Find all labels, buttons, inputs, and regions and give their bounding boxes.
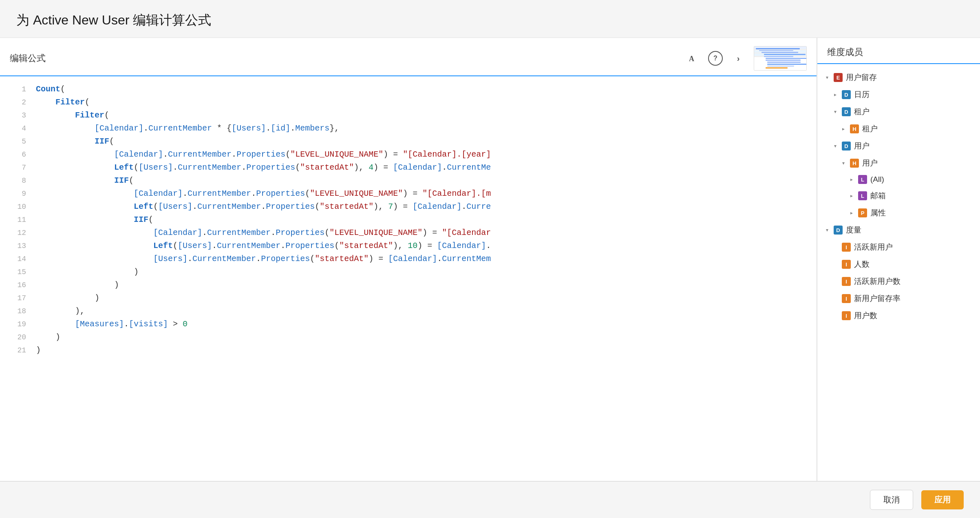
code-line: 18 ),: [0, 305, 817, 318]
tree-chevron-icon: [832, 244, 839, 250]
tree-item-label: 租户: [862, 124, 973, 134]
page-title: 为 Active New User 编辑计算公式: [0, 0, 980, 38]
tree-item-label: 活跃新用户: [854, 242, 973, 252]
line-number: 7: [7, 161, 26, 174]
tree-item-label: 用户留存: [846, 72, 973, 83]
line-number: 1: [7, 83, 26, 96]
line-content: IIF(: [36, 174, 134, 187]
tree-chevron-icon: [832, 261, 839, 268]
code-line: 6 [Calendar].CurrentMember.Properties("L…: [0, 148, 817, 161]
help-icon[interactable]: ?: [708, 51, 723, 66]
code-line: 21): [0, 344, 817, 357]
tree-badge: D: [842, 107, 851, 116]
line-number: 15: [7, 266, 26, 279]
tree-item-label: 租户: [854, 106, 973, 117]
line-number: 20: [7, 331, 26, 344]
line-number: 11: [7, 213, 26, 226]
tree-chevron-icon: ▾: [832, 108, 839, 115]
tree-item-label: 邮箱: [870, 190, 973, 201]
line-number: 4: [7, 122, 26, 135]
tree-item-new-user-retention[interactable]: I新用户留存率: [817, 290, 980, 307]
tree-item-user-email[interactable]: ▸L邮箱: [817, 187, 980, 204]
code-line: 13 Left([Users].CurrentMember.Properties…: [0, 239, 817, 252]
apply-button[interactable]: 应用: [921, 490, 964, 509]
tree-item-tenant[interactable]: ▾D租户: [817, 103, 980, 120]
tree-item-label: 属性: [870, 208, 973, 218]
tree-item-tenant-h[interactable]: ▸H租户: [817, 120, 980, 137]
line-content: ): [36, 279, 119, 292]
line-content: [Measures].[visits] > 0: [36, 318, 188, 331]
tree-item-label: 用户: [854, 141, 973, 151]
code-line: 16 ): [0, 279, 817, 292]
line-number: 10: [7, 200, 26, 213]
line-number: 6: [7, 148, 26, 161]
line-content: Left([Users].CurrentMember.Properties("s…: [36, 239, 491, 252]
tree-item-label: 人数: [854, 259, 973, 270]
tree-chevron-icon: ▸: [848, 193, 855, 199]
tree-item-measure[interactable]: ▾D度量: [817, 221, 980, 239]
line-content: [Calendar].CurrentMember * {[Users].[id]…: [36, 122, 339, 135]
tree-item-label: (All): [870, 175, 973, 184]
code-line: 11 IIF(: [0, 213, 817, 226]
tree-item-user-attr[interactable]: ▸P属性: [817, 204, 980, 221]
editor-panel: 编辑公式 A ? ›: [0, 38, 817, 481]
tree-item-label: 用户: [862, 158, 973, 168]
tree-badge: I: [842, 294, 851, 303]
tree-badge: D: [842, 142, 851, 151]
tree-item-label: 新用户留存率: [854, 293, 973, 304]
line-content: ): [36, 292, 99, 305]
tree-item-user-count[interactable]: I用户数: [817, 307, 980, 324]
tree-item-active-new-user-count[interactable]: I活跃新用户数: [817, 273, 980, 290]
code-line: 17 ): [0, 292, 817, 305]
editor-section-label: 编辑公式: [10, 52, 46, 64]
code-line: 2 Filter(: [0, 96, 817, 109]
tree-chevron-icon: [832, 295, 839, 302]
line-content: [Calendar].CurrentMember.Properties("LEV…: [36, 226, 491, 239]
tree-item-user-h[interactable]: ▾H用户: [817, 155, 980, 172]
code-line: 12 [Calendar].CurrentMember.Properties("…: [0, 226, 817, 239]
tree-item-active-new-user[interactable]: I活跃新用户: [817, 239, 980, 256]
line-number: 21: [7, 344, 26, 357]
editor-header: 编辑公式 A ? ›: [0, 38, 817, 76]
line-number: 14: [7, 252, 26, 266]
tree-item-label: 活跃新用户数: [854, 276, 973, 287]
svg-text:A: A: [689, 55, 694, 63]
code-editor[interactable]: 1Count(2 Filter(3 Filter(4 [Calendar].Cu…: [0, 76, 817, 481]
code-line: 19 [Measures].[visits] > 0: [0, 318, 817, 331]
tree-chevron-icon: ▾: [840, 160, 847, 166]
tree-chevron-icon: [832, 278, 839, 285]
action-bar: 取消 应用: [0, 481, 980, 518]
line-content: Filter(: [36, 109, 109, 122]
font-icon[interactable]: A: [685, 51, 700, 66]
tree-item-label: 日历: [854, 89, 973, 100]
tree-badge: I: [842, 260, 851, 269]
tree-item-user-retention[interactable]: ▾E用户留存: [817, 69, 980, 86]
line-content: Count(: [36, 83, 65, 96]
tree-item-label: 度量: [846, 225, 973, 235]
dim-tree[interactable]: ▾E用户留存▸D日历▾D租户▸H租户▾D用户▾H用户▸L(All)▸L邮箱▸P属…: [817, 64, 980, 481]
nav-icon[interactable]: ›: [731, 51, 746, 66]
tree-chevron-icon: ▸: [848, 210, 855, 216]
tree-item-user-all[interactable]: ▸L(All): [817, 172, 980, 187]
tree-badge: E: [834, 73, 843, 82]
preview-thumbnail[interactable]: [754, 46, 807, 71]
tree-item-count[interactable]: I人数: [817, 256, 980, 273]
tree-badge: L: [858, 175, 867, 184]
line-content: ): [36, 331, 60, 344]
line-number: 3: [7, 109, 26, 122]
tree-badge: I: [842, 243, 851, 252]
line-content: [Calendar].CurrentMember.Properties("LEV…: [36, 187, 491, 200]
code-line: 8 IIF(: [0, 174, 817, 187]
line-content: IIF(: [36, 135, 114, 148]
code-line: 20 ): [0, 331, 817, 344]
code-line: 3 Filter(: [0, 109, 817, 122]
tree-item-user[interactable]: ▾D用户: [817, 137, 980, 155]
line-number: 2: [7, 96, 26, 109]
line-content: IIF(: [36, 213, 153, 226]
editor-toolbar: A ? ›: [685, 46, 807, 71]
tree-item-calendar[interactable]: ▸D日历: [817, 86, 980, 103]
code-line: 10 Left([Users].CurrentMember.Properties…: [0, 200, 817, 213]
tree-badge: D: [834, 226, 843, 235]
code-line: 15 ): [0, 266, 817, 279]
cancel-button[interactable]: 取消: [870, 490, 913, 510]
